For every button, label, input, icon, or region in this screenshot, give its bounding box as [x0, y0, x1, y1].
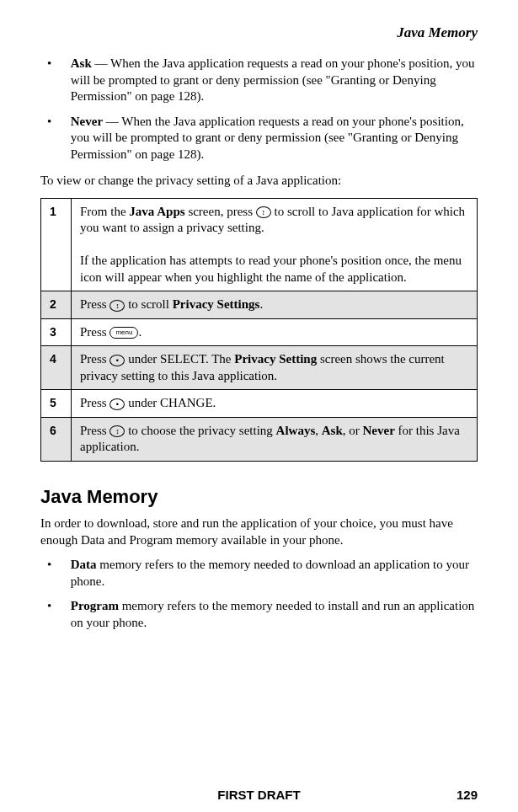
- rest: memory refers to the memory needed to do…: [71, 558, 469, 588]
- table-row: 1 From the Java Apps screen, press ↕ to …: [41, 198, 478, 291]
- t: screen, press: [185, 205, 256, 218]
- step-text: Press ↕ to choose the privacy setting Al…: [72, 417, 478, 461]
- list-item: • Program memory refers to the memory ne…: [47, 598, 478, 631]
- table-row: 6 Press ↕ to choose the privacy setting …: [41, 417, 478, 461]
- step-text: Press • under SELECT. The Privacy Settin…: [72, 346, 478, 390]
- list-text: Data memory refers to the memory needed …: [71, 557, 476, 590]
- table-row: 4 Press • under SELECT. The Privacy Sett…: [41, 346, 478, 390]
- running-header: Java Memory: [40, 24, 478, 42]
- term: Data: [71, 558, 97, 571]
- t: , or: [343, 424, 363, 437]
- list-text: Ask — When the Java application requests…: [71, 56, 476, 105]
- bullet-marker: •: [47, 557, 67, 574]
- term: Never: [71, 115, 103, 128]
- t: Press: [80, 352, 109, 366]
- t: Press: [80, 297, 109, 311]
- t: .: [259, 297, 263, 311]
- menu-icon: menu: [109, 327, 138, 339]
- t: to scroll: [125, 297, 172, 311]
- rest: memory refers to the memory needed to in…: [71, 599, 475, 629]
- page-number: 129: [457, 787, 478, 804]
- step-number: 2: [41, 291, 72, 319]
- section-intro: In order to download, store and run the …: [40, 516, 478, 548]
- step-number: 1: [41, 198, 72, 291]
- step-text: Press • under CHANGE.: [72, 390, 478, 418]
- step-text: Press ↕ to scroll Privacy Settings.: [72, 291, 478, 319]
- term: Program: [71, 599, 119, 612]
- step-text: From the Java Apps screen, press ↕ to sc…: [72, 198, 478, 291]
- t: under CHANGE.: [125, 396, 216, 409]
- t: Always: [276, 424, 316, 437]
- t: Press: [80, 424, 109, 437]
- rest: — When the Java application requests a r…: [71, 115, 464, 161]
- t: Privacy Setting: [234, 352, 317, 366]
- table-row: 3 Press menu.: [41, 318, 478, 346]
- scroll-icon: ↕: [109, 300, 125, 312]
- table-row: 5 Press • under CHANGE.: [41, 390, 478, 418]
- list-item: • Ask — When the Java application reques…: [47, 56, 478, 105]
- step-text: Press menu.: [72, 318, 478, 346]
- t: under SELECT. The: [125, 352, 234, 366]
- t: Never: [362, 424, 394, 437]
- step-number: 3: [41, 318, 72, 346]
- section-bullet-list: • Data memory refers to the memory neede…: [47, 557, 478, 631]
- t: If the application has attempts to read …: [80, 254, 462, 284]
- t: Ask: [322, 424, 343, 437]
- t: ,: [315, 424, 322, 437]
- term: Ask: [71, 56, 92, 70]
- bullet-marker: •: [47, 56, 67, 72]
- scroll-icon: ↕: [256, 206, 271, 218]
- t: Java Apps: [129, 205, 184, 218]
- rest: — When the Java application requests a r…: [71, 56, 475, 103]
- t: Press: [80, 325, 109, 339]
- t: to choose the privacy setting: [125, 424, 275, 437]
- list-item: • Never — When the Java application requ…: [47, 114, 478, 163]
- step-number: 4: [41, 346, 72, 390]
- top-bullet-list: • Ask — When the Java application reques…: [47, 56, 478, 163]
- bullet-marker: •: [47, 598, 67, 615]
- list-text: Never — When the Java application reques…: [71, 114, 476, 163]
- draft-label: FIRST DRAFT: [217, 787, 300, 804]
- t: From the: [80, 205, 129, 218]
- bullet-marker: •: [47, 114, 67, 131]
- t: .: [138, 325, 142, 339]
- list-item: • Data memory refers to the memory neede…: [47, 557, 478, 590]
- step-number: 6: [41, 417, 72, 461]
- scroll-icon: ↕: [109, 425, 125, 437]
- t: Privacy Settings: [173, 297, 260, 311]
- intro-line: To view or change the privacy setting of…: [40, 173, 478, 190]
- t: Press: [80, 396, 109, 409]
- section-heading: Java Memory: [40, 485, 478, 510]
- dot-icon: •: [109, 355, 125, 366]
- steps-table: 1 From the Java Apps screen, press ↕ to …: [40, 198, 478, 462]
- step-number: 5: [41, 390, 72, 418]
- table-row: 2 Press ↕ to scroll Privacy Settings.: [41, 291, 478, 319]
- dot-icon: •: [109, 398, 125, 410]
- list-text: Program memory refers to the memory need…: [71, 598, 476, 631]
